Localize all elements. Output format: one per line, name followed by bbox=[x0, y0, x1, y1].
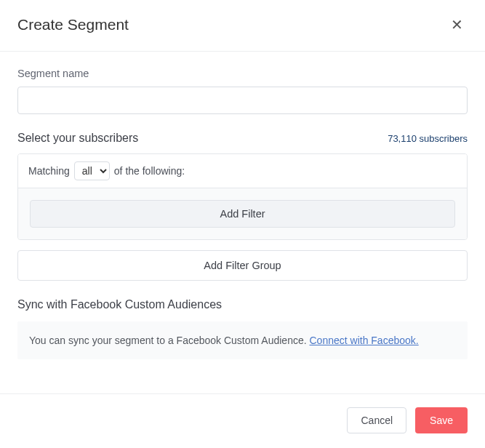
filter-body: Add Filter bbox=[18, 188, 467, 239]
dialog-title: Create Segment bbox=[17, 16, 129, 33]
add-filter-group-button[interactable]: Add Filter Group bbox=[17, 250, 468, 281]
match-prefix: Matching bbox=[28, 165, 70, 177]
select-subscribers-title: Select your subscribers bbox=[17, 132, 138, 145]
match-row: Matching all of the following: bbox=[18, 154, 467, 188]
sync-title: Sync with Facebook Custom Audiences bbox=[17, 298, 468, 311]
match-suffix: of the following: bbox=[114, 165, 185, 177]
add-filter-button[interactable]: Add Filter bbox=[30, 200, 455, 228]
dialog-content: Segment name Select your subscribers 73,… bbox=[0, 52, 485, 367]
sync-text: You can sync your segment to a Facebook … bbox=[29, 335, 310, 346]
dialog-header: Create Segment ✕ bbox=[0, 0, 485, 52]
connect-facebook-link[interactable]: Connect with Facebook. bbox=[310, 335, 419, 346]
sync-box: You can sync your segment to a Facebook … bbox=[17, 321, 468, 359]
close-icon[interactable]: ✕ bbox=[446, 16, 468, 33]
segment-name-label: Segment name bbox=[17, 68, 468, 79]
subscribers-header-row: Select your subscribers 73,110 subscribe… bbox=[17, 132, 468, 145]
save-button[interactable]: Save bbox=[415, 407, 468, 433]
segment-name-input[interactable] bbox=[17, 87, 468, 114]
dialog-footer: Cancel Save bbox=[0, 393, 485, 448]
match-select[interactable]: all bbox=[74, 161, 110, 180]
subscribers-count: 73,110 subscribers bbox=[388, 133, 468, 144]
cancel-button[interactable]: Cancel bbox=[347, 407, 406, 433]
filter-group-box: Matching all of the following: Add Filte… bbox=[17, 153, 468, 240]
